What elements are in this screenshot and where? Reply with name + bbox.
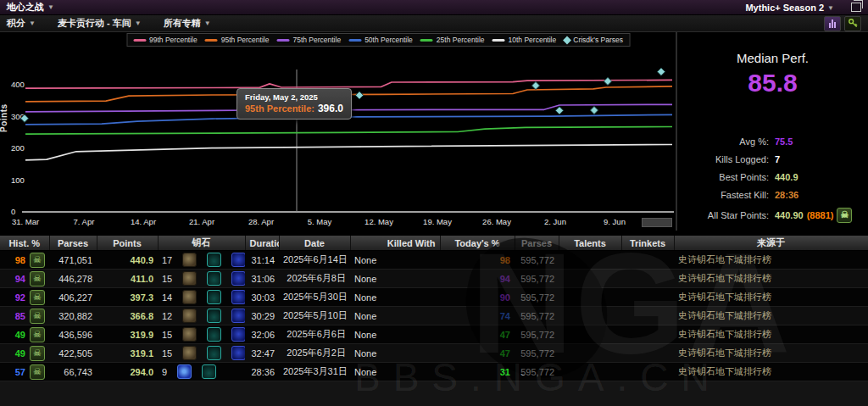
affix-icon[interactable] xyxy=(182,327,197,342)
source-link[interactable]: 史诗钥石地下城排行榜 xyxy=(678,310,771,320)
chart-zoom-handle[interactable] xyxy=(642,218,672,227)
affix-icon[interactable] xyxy=(177,364,192,379)
affix-icon[interactable] xyxy=(207,327,221,342)
hist-percent-link[interactable]: 85 xyxy=(15,311,25,321)
column-header[interactable]: 钥石 xyxy=(158,236,245,251)
window-copy-icon[interactable] xyxy=(851,3,861,12)
ranking-icon[interactable] xyxy=(824,16,841,31)
affix-icon[interactable] xyxy=(182,309,197,323)
column-header[interactable]: Points xyxy=(97,236,158,251)
hist-percent-link[interactable]: 92 xyxy=(15,292,25,303)
dungeon-dropdown[interactable]: 麦卡贡行动 - 车间▼ xyxy=(58,17,142,30)
boss-skull-icon[interactable]: ☠ xyxy=(30,364,45,380)
chevron-down-icon: ▼ xyxy=(47,3,54,11)
source-link[interactable]: 史诗钥石地下城排行榜 xyxy=(678,254,771,264)
table-row[interactable]: 85☠320,882366.81230:292025年5月10日None7459… xyxy=(0,307,868,325)
parse-point-marker[interactable] xyxy=(555,107,563,114)
affix-icon[interactable] xyxy=(207,271,221,286)
affix-icon[interactable] xyxy=(231,290,245,304)
column-header[interactable]: Date xyxy=(279,236,350,251)
column-header[interactable]: Talents xyxy=(559,236,621,251)
affix-icon[interactable] xyxy=(231,309,245,323)
parse-point-marker[interactable] xyxy=(604,77,611,85)
table-row[interactable]: 98☠471,051440.91731:142025年6月14日None9859… xyxy=(0,251,868,270)
boss-skull-icon[interactable]: ☠ xyxy=(30,309,45,324)
x-tick-label: 14. Apr xyxy=(131,217,156,226)
column-header[interactable]: Trinkets xyxy=(621,236,674,251)
spec-dropdown[interactable]: 所有专精▼ xyxy=(164,17,211,30)
source-link[interactable]: 史诗钥石地下城排行榜 xyxy=(678,292,771,302)
legend-item[interactable]: Crisdk's Parses xyxy=(564,36,623,44)
boss-skull-icon[interactable]: ☠ xyxy=(30,271,45,286)
legend-item[interactable]: 99th Percentile xyxy=(133,36,198,44)
legend-item[interactable]: 95th Percentile xyxy=(205,36,270,44)
column-header[interactable]: Duration xyxy=(245,236,279,251)
y-tick-label: 0 xyxy=(11,207,15,216)
affix-icon[interactable] xyxy=(231,253,245,267)
hist-percent-link[interactable]: 49 xyxy=(15,348,25,359)
trinkets-cell xyxy=(621,344,674,363)
column-header[interactable]: Parses xyxy=(515,236,559,251)
percentile-chart[interactable]: 99th Percentile95th Percentile75th Perce… xyxy=(0,32,676,231)
hist-percent-link[interactable]: 49 xyxy=(15,330,25,340)
parses-cell: 436,596 xyxy=(49,325,97,344)
affix-icon[interactable] xyxy=(231,271,245,286)
parse-point-marker[interactable] xyxy=(657,68,665,75)
boss-skull-icon[interactable]: ☠ xyxy=(30,327,45,342)
today-percent-link[interactable]: 47 xyxy=(500,348,510,359)
today-percent-link[interactable]: 47 xyxy=(500,330,510,340)
expansion-dropdown[interactable]: 地心之战▼ xyxy=(7,1,54,14)
legend-item[interactable]: 10th Percentile xyxy=(492,36,557,44)
column-header[interactable]: Parses xyxy=(49,236,97,251)
legend-item[interactable]: 25th Percentile xyxy=(420,36,485,44)
source-link[interactable]: 史诗钥石地下城排行榜 xyxy=(678,366,771,376)
affix-icon[interactable] xyxy=(207,290,221,304)
metric-dropdown[interactable]: 积分▼ xyxy=(7,17,36,30)
parse-point-marker[interactable] xyxy=(355,92,363,99)
column-header[interactable]: Killed With xyxy=(350,236,440,251)
hist-percent-link[interactable]: 57 xyxy=(15,367,25,377)
today-percent-link[interactable]: 94 xyxy=(500,274,510,284)
today-percent-link[interactable]: 98 xyxy=(500,255,510,265)
legend-item[interactable]: 50th Percentile xyxy=(348,36,413,44)
source-link[interactable]: 史诗钥石地下城排行榜 xyxy=(678,329,771,339)
today-percent-link[interactable]: 74 xyxy=(500,311,510,321)
affix-icon[interactable] xyxy=(207,309,221,323)
affix-icon[interactable] xyxy=(231,346,245,360)
boss-skull-icon[interactable]: ☠ xyxy=(30,346,45,361)
hist-percent-link[interactable]: 98 xyxy=(15,255,25,265)
column-header[interactable]: Hist. % xyxy=(0,236,49,251)
skull-icon[interactable]: ☠ xyxy=(837,208,852,223)
keystone-key-icon[interactable] xyxy=(844,16,861,31)
table-row[interactable]: 57☠66,743294.0928:362025年3月31日None31595,… xyxy=(0,363,868,381)
today-percent-link[interactable]: 31 xyxy=(500,367,510,377)
affix-icon[interactable] xyxy=(202,364,216,379)
today-percent-cell: 47 xyxy=(440,325,515,344)
today-percent-link[interactable]: 90 xyxy=(500,292,510,303)
column-header[interactable]: 来源于 xyxy=(674,236,868,251)
affix-icon[interactable] xyxy=(182,271,197,286)
legend-item[interactable]: 75th Percentile xyxy=(276,36,341,44)
affix-icon[interactable] xyxy=(231,327,245,342)
season-dropdown[interactable]: Mythic+ Season 2▼ xyxy=(745,3,834,13)
hist-percent-cell: 49☠ xyxy=(0,344,49,363)
hist-percent-link[interactable]: 94 xyxy=(15,274,25,284)
source-link[interactable]: 史诗钥石地下城排行榜 xyxy=(678,348,771,358)
table-row[interactable]: 49☠436,596319.91532:062025年6月6日None47595… xyxy=(0,325,868,344)
affix-icon[interactable] xyxy=(182,346,197,360)
boss-skull-icon[interactable]: ☠ xyxy=(30,253,45,268)
affix-icon[interactable] xyxy=(182,290,197,304)
table-row[interactable]: 92☠406,227397.31430:032025年5月30日None9059… xyxy=(0,288,868,307)
table-row[interactable]: 49☠422,505319.11532:472025年6月2日None47595… xyxy=(0,344,868,363)
parse-point-marker[interactable] xyxy=(531,81,539,89)
source-link[interactable]: 史诗钥石地下城排行榜 xyxy=(678,273,771,283)
affix-icon[interactable] xyxy=(207,253,221,267)
boss-skull-icon[interactable]: ☠ xyxy=(30,290,45,305)
table-row[interactable]: 94☠446,278411.01531:062025年6月8日None94595… xyxy=(0,270,868,288)
affix-icon[interactable] xyxy=(182,253,197,267)
column-header[interactable]: Today's % xyxy=(440,236,515,251)
stat-label: Best Points: xyxy=(677,172,769,182)
affix-icon[interactable] xyxy=(207,346,221,360)
parse-point-marker[interactable] xyxy=(590,106,598,114)
chart-canvas[interactable]: 010020030040031. Mar7. Apr14. Apr21. Apr… xyxy=(0,32,676,231)
